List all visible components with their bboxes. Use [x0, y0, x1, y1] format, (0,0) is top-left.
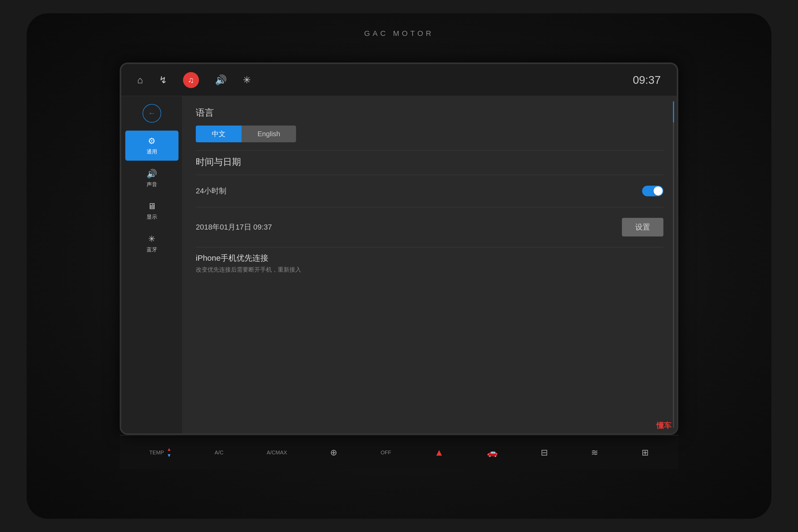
extra-icon: ⊞ [642, 448, 649, 457]
main-area: ← ⚙ 通用 🔊 声音 🖥 显示 ✳ 蓝牙 [121, 96, 677, 433]
sound-icon: 🔊 [147, 169, 157, 179]
hvac-acmax[interactable]: A/CMAX [267, 450, 287, 456]
divider-4 [196, 247, 663, 247]
hvac-heat[interactable]: ≋ [591, 448, 598, 457]
toggle-knob [653, 187, 663, 195]
time-24h-label: 24小时制 [196, 186, 226, 196]
sidebar-item-general[interactable]: ⚙ 通用 [125, 131, 178, 161]
watermark: 懂车 [657, 421, 671, 431]
sidebar-label-bluetooth: 蓝牙 [147, 246, 157, 253]
hvac-hazard[interactable]: ▲ [434, 447, 444, 458]
temp-up-icon[interactable]: ▲ [167, 446, 172, 452]
divider-1 [196, 150, 663, 151]
home-icon[interactable]: ⌂ [137, 75, 143, 86]
hvac-rear-defrost[interactable]: ⊟ [541, 448, 548, 457]
brand-label: GAC MOTOR [364, 29, 434, 38]
hazard-icon: ▲ [434, 447, 444, 458]
date-row: 2018年01月17日 09:37 设置 [196, 212, 663, 242]
sidebar-item-bluetooth[interactable]: ✳ 蓝牙 [125, 228, 178, 259]
time-24h-toggle[interactable] [642, 186, 663, 196]
sidebar-item-display[interactable]: 🖥 显示 [125, 196, 178, 226]
volume-icon[interactable]: 🔊 [215, 75, 227, 86]
language-buttons: 中文 English [196, 126, 663, 142]
screen-wrapper: ⌂ ↯ ♫ 🔊 ✳ 09:37 ← ⚙ 通用 🔊 声音 [120, 62, 678, 435]
bluetooth-icon[interactable]: ✳ [243, 75, 251, 86]
divider-3 [196, 207, 663, 207]
nav-icon[interactable]: ↯ [159, 75, 167, 86]
scrollbar-thumb [673, 101, 674, 122]
off-label: OFF [381, 450, 391, 456]
sidebar-label-display: 显示 [147, 213, 157, 221]
hvac-off[interactable]: OFF [381, 450, 391, 456]
top-bar-right: 09:37 [633, 74, 661, 87]
set-datetime-button[interactable]: 设置 [622, 218, 663, 236]
lang-en-button[interactable]: English [242, 126, 296, 142]
clock-display: 09:37 [633, 74, 661, 87]
hvac-fan[interactable]: ⊕ [330, 448, 337, 457]
sidebar-label-general: 通用 [147, 148, 157, 155]
iphone-subtitle: 改变优先连接后需要断开手机，重新接入 [196, 266, 663, 274]
display-icon: 🖥 [148, 201, 156, 211]
current-datetime: 2018年01月17日 09:37 [196, 222, 272, 232]
lang-zh-button[interactable]: 中文 [196, 126, 242, 142]
sidebar-label-sound: 声音 [147, 181, 157, 188]
hvac-bar: TEMP ▲ ▼ A/C A/CMAX ⊕ OFF ▲ 🚗 ⊟ [120, 435, 678, 470]
fan-icon: ⊕ [330, 448, 337, 457]
time-date-section-title: 时间与日期 [196, 156, 663, 168]
music-icon[interactable]: ♫ [183, 72, 199, 88]
ac-label: A/C [215, 450, 224, 456]
hvac-extra[interactable]: ⊞ [642, 448, 649, 457]
hvac-temp: TEMP ▲ ▼ [149, 446, 171, 458]
scrollbar-track[interactable] [673, 101, 674, 428]
iphone-section: iPhone手机优先连接 改变优先连接后需要断开手机，重新接入 [196, 253, 663, 274]
sidebar-item-sound[interactable]: 🔊 声音 [125, 163, 178, 193]
seat-icon: 🚗 [487, 448, 498, 457]
rear-defrost-icon: ⊟ [541, 448, 548, 457]
heat-icon: ≋ [591, 448, 598, 457]
temp-down-icon[interactable]: ▼ [167, 453, 172, 458]
iphone-title: iPhone手机优先连接 [196, 253, 663, 264]
temp-control: TEMP ▲ ▼ [149, 446, 171, 458]
bluetooth-side-icon: ✳ [148, 234, 155, 244]
acmax-label: A/CMAX [267, 450, 287, 456]
hvac-seat[interactable]: 🚗 [487, 448, 498, 457]
gear-icon: ⚙ [148, 136, 156, 146]
time-24h-row: 24小时制 [196, 180, 663, 202]
content-panel: 语言 中文 English 时间与日期 24小时制 2018 [183, 96, 677, 433]
divider-2 [196, 175, 663, 175]
language-section-title: 语言 [196, 107, 663, 119]
sidebar: ← ⚙ 通用 🔊 声音 🖥 显示 ✳ 蓝牙 [121, 96, 183, 433]
top-bar-icons: ⌂ ↯ ♫ 🔊 ✳ [137, 72, 251, 88]
car-surround: GAC MOTOR ⌂ ↯ ♫ 🔊 ✳ 09:37 ← ⚙ 通用 [26, 13, 772, 519]
temp-label: TEMP [149, 450, 164, 456]
hvac-ac[interactable]: A/C [215, 450, 224, 456]
top-bar: ⌂ ↯ ♫ 🔊 ✳ 09:37 [121, 64, 677, 96]
back-button[interactable]: ← [142, 104, 161, 122]
temp-arrows: ▲ ▼ [167, 446, 172, 458]
